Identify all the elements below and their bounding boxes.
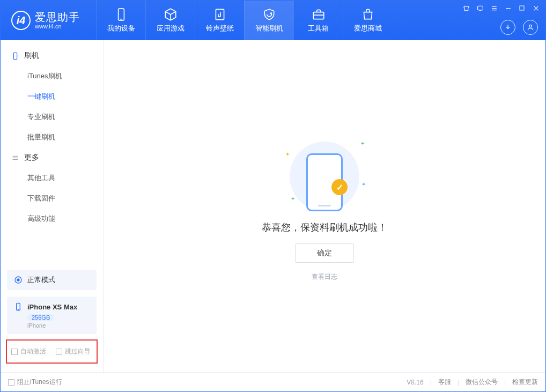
svg-rect-4 [477,6,483,10]
close-button[interactable] [532,4,540,12]
maximize-button[interactable] [518,4,526,12]
version-label: V8.16 [407,379,423,386]
success-illustration: ✦ ✦ ✦ ✦ ✓ [274,131,375,211]
list-icon [10,153,20,162]
download-icon [504,24,512,31]
device-type: iPhone [27,322,90,329]
ok-button[interactable]: 确定 [295,243,354,263]
sidebar-group-label: 刷机 [24,51,39,61]
tab-apps-games[interactable]: 应用游戏 [145,1,195,40]
cube-icon [164,8,178,21]
sidebar-item-onekey-flash[interactable]: 一键刷机 [1,86,103,107]
sidebar-item-itunes-flash[interactable]: iTunes刷机 [1,66,103,86]
svg-point-12 [529,25,532,27]
feedback-icon[interactable] [476,4,484,12]
tab-label: 铃声壁纸 [206,24,234,33]
checkbox-label: 阻止iTunes运行 [17,378,62,387]
sidebar-group-flash: 刷机 [1,46,103,66]
tab-ringtone-wallpaper[interactable]: 铃声壁纸 [195,1,244,40]
sidebar-item-pro-flash[interactable]: 专业刷机 [1,107,103,127]
device-mode-label: 正常模式 [27,275,55,285]
tab-toolbox[interactable]: 工具箱 [293,1,343,40]
phone-outline-icon [10,51,20,61]
checkbox-skip-guide[interactable]: 跳过向导 [56,347,91,356]
briefcase-icon [312,8,326,21]
checkbox-auto-activate[interactable]: 自动激活 [11,347,46,356]
sidebar-item-batch-flash[interactable]: 批量刷机 [1,127,103,147]
bag-icon [361,8,375,21]
user-account-button[interactable] [523,20,538,35]
sidebar-item-other-tools[interactable]: 其他工具 [1,168,103,188]
main-content: ✦ ✦ ✦ ✦ ✓ 恭喜您，保资料刷机成功啦！ 确定 查看日志 [104,40,545,372]
svg-rect-9 [520,6,524,10]
tab-label: 工具箱 [308,24,329,33]
device-name: iPhone XS Max [27,303,77,311]
refresh-shield-icon [262,8,276,21]
device-icon [13,302,23,312]
minimize-button[interactable] [504,4,512,12]
checkmark-badge-icon: ✓ [331,179,348,195]
svg-point-18 [17,279,19,281]
sparkle-icon: ✦ [360,140,365,146]
success-message: 恭喜您，保资料刷机成功啦！ [262,221,387,234]
tab-my-device[interactable]: 我的设备 [96,1,145,40]
titlebar: i4 爱思助手 www.i4.cn 我的设备 应用游戏 铃声壁纸 智能刷机 [1,1,545,40]
checkbox-label: 跳过向导 [65,347,91,356]
tab-label: 智能刷机 [255,24,283,33]
app-logo: i4 爱思助手 www.i4.cn [11,11,80,30]
tab-store[interactable]: 爱思商城 [343,1,392,40]
logo-badge-icon: i4 [11,11,31,30]
music-file-icon [213,8,227,21]
app-name: 爱思助手 [35,11,80,23]
sidebar-item-download-firmware[interactable]: 下载固件 [1,188,103,209]
checkbox-block-itunes[interactable]: 阻止iTunes运行 [8,378,62,387]
phone-icon [114,8,128,21]
tab-label: 应用游戏 [157,24,185,33]
skin-icon[interactable] [462,4,470,12]
options-highlight-box: 自动激活 跳过向导 [6,339,98,364]
nav-tabs: 我的设备 应用游戏 铃声壁纸 智能刷机 工具箱 爱思商城 [96,1,392,40]
tab-label: 我的设备 [107,24,135,33]
tab-smart-flash[interactable]: 智能刷机 [244,1,293,40]
device-mode-panel[interactable]: 正常模式 [7,270,97,290]
sidebar-group-more: 更多 [1,147,103,168]
sidebar: 刷机 iTunes刷机 一键刷机 专业刷机 批量刷机 更多 其他工具 下载固件 … [1,40,104,372]
check-update-link[interactable]: 检查更新 [512,378,538,387]
app-url: www.i4.cn [35,23,80,29]
svg-rect-2 [216,9,224,20]
view-log-link[interactable]: 查看日志 [312,272,337,282]
sparkle-icon: ✦ [285,151,290,157]
wechat-link[interactable]: 微信公众号 [466,378,498,387]
device-capacity-badge: 256GB [27,314,54,321]
sparkle-icon: ✦ [291,196,295,202]
tab-label: 爱思商城 [354,24,382,33]
mode-icon [13,275,23,285]
download-manager-button[interactable] [500,20,515,35]
svg-rect-13 [13,53,17,60]
user-icon [527,24,534,31]
checkbox-label: 自动激活 [20,347,46,356]
sidebar-group-label: 更多 [24,153,39,162]
support-link[interactable]: 客服 [438,378,451,387]
svg-rect-3 [313,12,324,19]
device-info-panel[interactable]: iPhone XS Max 256GB iPhone [7,297,97,334]
sparkle-icon: ✦ [361,181,366,187]
svg-rect-0 [118,9,124,20]
sidebar-item-advanced[interactable]: 高级功能 [1,209,103,229]
status-bar: 阻止iTunes运行 V8.16 | 客服 | 微信公众号 | 检查更新 [1,372,545,391]
menu-icon[interactable] [490,4,498,12]
